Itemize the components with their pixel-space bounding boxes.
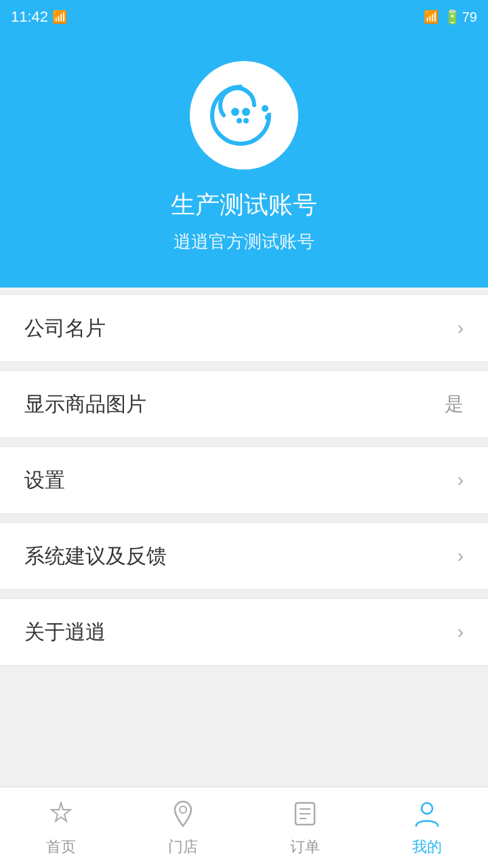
tab-bar: 首页门店订单我的 [0,787,488,868]
status-bar: 11:42 📶 📶 🔋 79 [0,0,488,34]
status-time: 11:42 📶 [11,8,67,26]
menu-item-label-settings: 设置 [24,467,65,494]
tab-item-store[interactable]: 门店 [122,787,244,868]
svg-point-1 [231,108,239,116]
tab-item-mine[interactable]: 我的 [366,787,488,868]
tab-icon-home [46,799,76,833]
menu-item-label-business-card: 公司名片 [24,315,106,342]
svg-point-3 [237,118,242,123]
chevron-right-icon: › [458,621,464,643]
signal-strength-icon: 📶 [424,9,439,24]
tab-item-home[interactable]: 首页 [0,787,122,868]
menu-item-right-show-product-image: 是 [445,391,464,417]
menu-item-value-show-product-image: 是 [445,391,464,417]
svg-point-5 [262,105,268,112]
menu-item-feedback[interactable]: 系统建议及反馈› [0,522,488,590]
menu-item-right-settings: › [458,469,464,491]
svg-point-7 [180,806,186,813]
tab-label-home: 首页 [46,837,76,857]
tab-label-orders: 订单 [290,837,320,857]
menu-item-label-about: 关于逍逍 [24,618,106,646]
menu-list: 公司名片›显示商品图片是设置›系统建议及反馈›关于逍逍› [0,288,488,734]
tab-label-store: 门店 [168,837,198,857]
svg-point-2 [242,108,250,116]
menu-item-right-business-card: › [458,317,464,339]
svg-point-6 [265,115,270,120]
tab-item-orders[interactable]: 订单 [244,787,366,868]
chevron-right-icon: › [458,469,464,491]
avatar [190,61,298,170]
tab-icon-orders [290,799,320,833]
menu-item-settings[interactable]: 设置› [0,446,488,514]
menu-item-label-show-product-image: 显示商品图片 [24,391,146,418]
tab-icon-mine [412,799,442,833]
tab-icon-store [168,799,198,833]
wifi-icon: 📶 [52,9,67,24]
battery-icon: 🔋 [444,9,461,25]
profile-name: 生产测试账号 [171,189,317,222]
menu-item-business-card[interactable]: 公司名片› [0,294,488,362]
chevron-right-icon: › [458,545,464,567]
battery-level: 🔋 79 [444,9,477,25]
svg-point-0 [212,87,269,144]
profile-subtitle: 逍逍官方测试账号 [174,230,314,254]
menu-item-label-feedback: 系统建议及反馈 [24,542,167,570]
svg-point-4 [243,118,249,123]
logo-icon [200,71,288,159]
menu-item-right-feedback: › [458,545,464,567]
profile-header: 生产测试账号 逍逍官方测试账号 [0,34,488,288]
signal-icons: 📶 [52,9,67,24]
chevron-right-icon: › [458,317,464,339]
status-right-icons: 📶 🔋 79 [424,9,477,25]
menu-item-show-product-image[interactable]: 显示商品图片是 [0,370,488,438]
avatar-inner [200,71,288,159]
svg-point-12 [422,803,432,814]
content-spacer [0,734,488,787]
menu-item-right-about: › [458,621,464,643]
menu-item-about[interactable]: 关于逍逍› [0,598,488,666]
tab-label-mine: 我的 [412,837,442,857]
